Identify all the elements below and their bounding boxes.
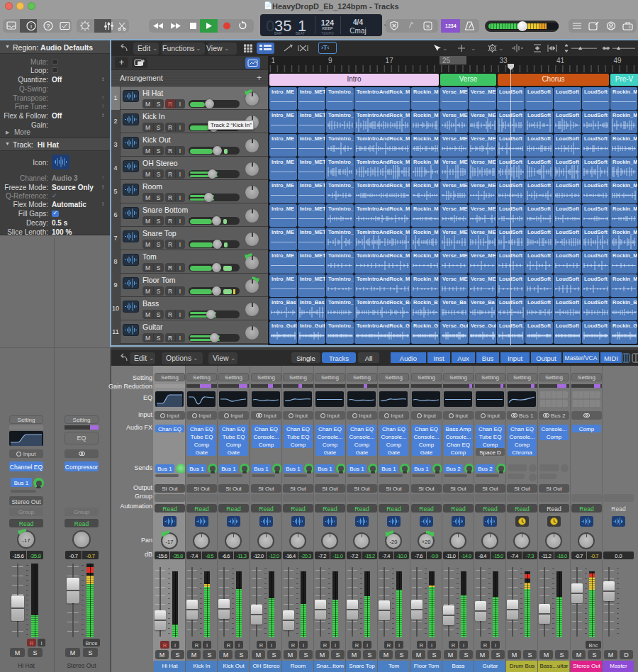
svg-text:41: 41 (556, 57, 565, 65)
svg-text:9: 9 (328, 57, 332, 65)
svg-text:49: 49 (614, 57, 622, 65)
svg-text:S: S (426, 23, 430, 30)
svg-text:i: i (30, 23, 32, 30)
svg-text:17: 17 (386, 57, 394, 65)
svg-text:1: 1 (272, 57, 276, 65)
svg-text:25: 25 (442, 57, 451, 65)
svg-text:♪: ♪ (628, 23, 631, 30)
svg-text:?: ? (46, 23, 50, 30)
svg-text:33: 33 (500, 57, 508, 65)
